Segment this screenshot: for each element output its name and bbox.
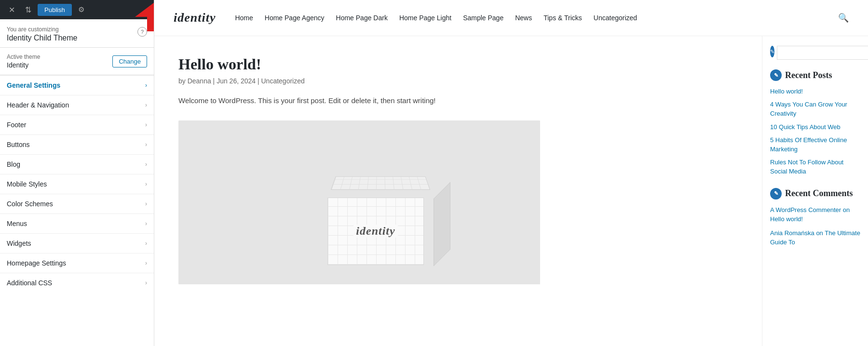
chevron-right-icon: ›: [145, 181, 147, 187]
site-logo[interactable]: identity: [174, 11, 216, 25]
menu-item-label: Header & Navigation: [7, 101, 69, 109]
post-title: Hello world!: [178, 55, 738, 73]
list-item: Rules Not To Follow About Social Media: [770, 158, 860, 176]
list-item: 5 Habits Of Effective Online Marketing: [770, 135, 860, 154]
site-nav: Home Home Page Agency Home Page Dark Hom…: [235, 14, 819, 22]
menu-item-mobile-styles[interactable]: Mobile Styles ›: [0, 174, 154, 194]
post-link[interactable]: Rules Not To Follow About Social Media: [770, 159, 843, 175]
chevron-right-icon: ›: [145, 240, 147, 247]
recent-posts-title: ✎ Recent Posts: [770, 69, 860, 81]
active-theme-label: Active theme: [7, 53, 40, 60]
close-button[interactable]: ✕: [5, 3, 18, 16]
gear-button[interactable]: ⚙: [75, 3, 88, 16]
nav-sample-page[interactable]: Sample Page: [463, 14, 503, 22]
chevron-right-icon: ›: [145, 141, 147, 148]
post-link[interactable]: 4 Ways You Can Grow Your Creativity: [770, 101, 847, 117]
active-theme-section: Active theme Identity Change: [0, 48, 154, 75]
customizer-menu: General Settings › Header & Navigation ›…: [0, 75, 154, 293]
nav-uncategorized[interactable]: Uncategorized: [594, 14, 637, 22]
block-text: identity: [353, 225, 397, 238]
recent-posts-list: Hello world! 4 Ways You Can Grow Your Cr…: [770, 87, 860, 176]
chevron-right-icon: ›: [145, 200, 147, 207]
active-theme-name: Identity: [7, 61, 40, 69]
comment-link[interactable]: A WordPress Commenter on Hello world!: [770, 206, 850, 223]
menu-item-label: General Settings: [7, 81, 60, 89]
edit-icon: ✎: [770, 46, 774, 57]
list-item: Ania Romańska on The Ultimate Guide To: [770, 228, 860, 247]
menu-item-additional-css[interactable]: Additional CSS ›: [0, 273, 154, 293]
reorder-button[interactable]: ⇅: [21, 3, 35, 16]
chevron-right-icon: ›: [145, 82, 147, 89]
post-link[interactable]: 10 Quick Tips About Web: [770, 123, 841, 131]
chevron-right-icon: ›: [145, 220, 147, 227]
search-nav-icon[interactable]: 🔍: [838, 13, 849, 23]
list-item: 10 Quick Tips About Web: [770, 122, 860, 132]
menu-item-label: Homepage Settings: [7, 259, 66, 267]
site-header: identity Home Home Page Agency Home Page…: [154, 0, 868, 36]
chevron-right-icon: ›: [145, 260, 147, 266]
block-image: identity: [178, 120, 540, 284]
comment-link[interactable]: Ania Romańska on The Ultimate Guide To: [770, 229, 860, 246]
customizer-toolbar: ✕ ⇅ Publish ⚙: [0, 0, 154, 19]
post-link[interactable]: Hello world!: [770, 88, 803, 95]
customizing-info: You are customizing Identity Child Theme…: [0, 19, 154, 48]
recent-posts-widget: ✎ Recent Posts Hello world! 4 Ways You C…: [770, 69, 860, 176]
list-item: Hello world!: [770, 87, 860, 96]
menu-item-color-schemes[interactable]: Color Schemes ›: [0, 194, 154, 213]
chevron-right-icon: ›: [145, 161, 147, 168]
nav-home-page-light[interactable]: Home Page Light: [399, 14, 451, 22]
chevron-right-icon: ›: [145, 121, 147, 128]
menu-item-label: Blog: [7, 160, 20, 168]
change-theme-button[interactable]: Change: [112, 55, 147, 67]
menu-item-label: Menus: [7, 220, 27, 227]
post-excerpt: Welcome to WordPress. This is your first…: [178, 94, 738, 107]
menu-item-label: Mobile Styles: [7, 180, 47, 188]
nav-news[interactable]: News: [515, 14, 532, 22]
page-body: Hello world! by Deanna | Jun 26, 2024 | …: [154, 36, 868, 346]
publish-button[interactable]: Publish: [38, 4, 72, 16]
menu-item-menus[interactable]: Menus ›: [0, 213, 154, 233]
search-input[interactable]: [777, 46, 868, 60]
recent-comments-widget: ✎ Recent Comments A WordPress Commenter …: [770, 188, 860, 247]
nav-home-page-agency[interactable]: Home Page Agency: [265, 14, 325, 22]
customizing-label: You are customizing: [7, 26, 77, 33]
menu-item-label: Buttons: [7, 141, 29, 148]
help-button[interactable]: ?: [137, 27, 147, 37]
menu-item-general-settings[interactable]: General Settings ›: [0, 75, 154, 95]
menu-item-header-navigation[interactable]: Header & Navigation ›: [0, 95, 154, 115]
menu-item-widgets[interactable]: Widgets ›: [0, 233, 154, 253]
main-article: Hello world! by Deanna | Jun 26, 2024 | …: [154, 36, 762, 346]
post-meta: by Deanna | Jun 26, 2024 | Uncategorized: [178, 77, 738, 85]
menu-item-blog[interactable]: Blog ›: [0, 154, 154, 174]
post-link[interactable]: 5 Habits Of Effective Online Marketing: [770, 136, 847, 153]
menu-item-label: Footer: [7, 121, 26, 129]
menu-item-buttons[interactable]: Buttons ›: [0, 134, 154, 154]
nav-home[interactable]: Home: [235, 14, 253, 22]
edit-pencil-icon-2: ✎: [770, 188, 782, 200]
nav-tips-tricks[interactable]: Tips & Tricks: [543, 14, 582, 22]
nav-home-page-dark[interactable]: Home Page Dark: [336, 14, 388, 22]
menu-item-label: Color Schemes: [7, 200, 53, 208]
content-sidebar: ✎ Search ✎ Recent Posts Hello world! 4 W…: [762, 36, 868, 346]
sidebar-search-widget: ✎ Search: [770, 46, 860, 60]
post-image: identity: [178, 120, 540, 284]
chevron-right-icon: ›: [145, 102, 147, 108]
main-content: identity Home Home Page Agency Home Page…: [154, 0, 868, 346]
list-item: A WordPress Commenter on Hello world!: [770, 205, 860, 224]
menu-item-label: Additional CSS: [7, 279, 52, 287]
list-item: 4 Ways You Can Grow Your Creativity: [770, 100, 860, 118]
theme-name: Identity Child Theme: [7, 34, 77, 42]
customizer-panel: ✕ ⇅ Publish ⚙ You are customizing Identi…: [0, 0, 154, 346]
menu-item-homepage-settings[interactable]: Homepage Settings ›: [0, 253, 154, 273]
menu-item-label: Widgets: [7, 240, 31, 247]
recent-comments-title: ✎ Recent Comments: [770, 188, 860, 200]
chevron-right-icon: ›: [145, 279, 147, 286]
menu-item-footer[interactable]: Footer ›: [0, 115, 154, 134]
recent-comments-list: A WordPress Commenter on Hello world! An…: [770, 205, 860, 247]
edit-pencil-icon: ✎: [770, 69, 782, 81]
